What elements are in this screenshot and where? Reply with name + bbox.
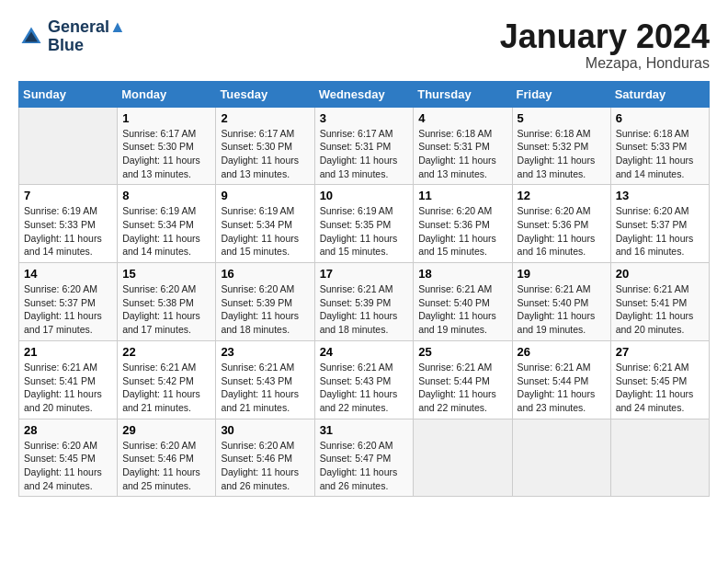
day-info: Sunrise: 6:21 AMSunset: 5:40 PMDaylight:… bbox=[518, 282, 606, 337]
day-info: Sunrise: 6:21 AMSunset: 5:44 PMDaylight:… bbox=[518, 361, 606, 415]
day-info: Sunrise: 6:21 AMSunset: 5:44 PMDaylight:… bbox=[418, 361, 506, 415]
day-number: 1 bbox=[122, 111, 210, 125]
day-info: Sunrise: 6:18 AMSunset: 5:31 PMDaylight:… bbox=[418, 127, 506, 181]
header-wednesday: Wednesday bbox=[314, 81, 414, 107]
day-number: 15 bbox=[122, 267, 210, 281]
title-block: January 2024 Mezapa, Honduras bbox=[500, 18, 710, 72]
header-tuesday: Tuesday bbox=[216, 81, 314, 107]
day-info: Sunrise: 6:21 AMSunset: 5:41 PMDaylight:… bbox=[24, 361, 112, 415]
day-number: 11 bbox=[418, 189, 506, 202]
day-info: Sunrise: 6:17 AMSunset: 5:30 PMDaylight:… bbox=[122, 127, 210, 181]
header-saturday: Saturday bbox=[610, 81, 709, 107]
day-number: 25 bbox=[418, 345, 506, 359]
day-number: 23 bbox=[221, 345, 309, 359]
day-info: Sunrise: 6:20 AMSunset: 5:47 PMDaylight:… bbox=[320, 439, 409, 493]
day-number: 24 bbox=[320, 345, 409, 359]
day-cell bbox=[19, 107, 118, 185]
day-number: 10 bbox=[320, 189, 409, 202]
day-cell: 11Sunrise: 6:20 AMSunset: 5:36 PMDayligh… bbox=[414, 185, 512, 263]
day-cell: 30Sunrise: 6:20 AMSunset: 5:46 PMDayligh… bbox=[216, 419, 314, 497]
day-number: 6 bbox=[616, 111, 704, 125]
day-number: 2 bbox=[221, 111, 309, 125]
day-info: Sunrise: 6:19 AMSunset: 5:34 PMDaylight:… bbox=[221, 204, 309, 259]
day-cell: 3Sunrise: 6:17 AMSunset: 5:31 PMDaylight… bbox=[314, 107, 414, 185]
week-row-5: 28Sunrise: 6:20 AMSunset: 5:45 PMDayligh… bbox=[19, 419, 710, 497]
day-cell bbox=[414, 419, 512, 497]
logo-icon bbox=[18, 24, 44, 50]
day-info: Sunrise: 6:20 AMSunset: 5:45 PMDaylight:… bbox=[24, 439, 112, 493]
day-cell: 15Sunrise: 6:20 AMSunset: 5:38 PMDayligh… bbox=[118, 263, 216, 341]
day-info: Sunrise: 6:17 AMSunset: 5:30 PMDaylight:… bbox=[221, 127, 309, 181]
day-number: 8 bbox=[122, 189, 210, 202]
day-number: 22 bbox=[122, 345, 210, 359]
day-info: Sunrise: 6:21 AMSunset: 5:43 PMDaylight:… bbox=[221, 361, 309, 415]
header-monday: Monday bbox=[118, 81, 216, 107]
day-cell: 29Sunrise: 6:20 AMSunset: 5:46 PMDayligh… bbox=[118, 419, 216, 497]
day-cell: 25Sunrise: 6:21 AMSunset: 5:44 PMDayligh… bbox=[414, 340, 512, 419]
day-info: Sunrise: 6:18 AMSunset: 5:33 PMDaylight:… bbox=[616, 127, 704, 181]
day-info: Sunrise: 6:19 AMSunset: 5:33 PMDaylight:… bbox=[24, 204, 112, 259]
day-cell: 19Sunrise: 6:21 AMSunset: 5:40 PMDayligh… bbox=[512, 263, 610, 341]
day-cell: 20Sunrise: 6:21 AMSunset: 5:41 PMDayligh… bbox=[610, 263, 709, 341]
day-info: Sunrise: 6:18 AMSunset: 5:32 PMDaylight:… bbox=[518, 127, 606, 181]
day-cell: 18Sunrise: 6:21 AMSunset: 5:40 PMDayligh… bbox=[414, 263, 512, 341]
day-number: 3 bbox=[320, 111, 409, 125]
day-number: 17 bbox=[320, 267, 409, 281]
day-cell: 5Sunrise: 6:18 AMSunset: 5:32 PMDaylight… bbox=[512, 107, 610, 185]
day-cell: 17Sunrise: 6:21 AMSunset: 5:39 PMDayligh… bbox=[314, 263, 414, 341]
day-cell: 21Sunrise: 6:21 AMSunset: 5:41 PMDayligh… bbox=[19, 340, 118, 419]
day-info: Sunrise: 6:20 AMSunset: 5:36 PMDaylight:… bbox=[418, 204, 506, 259]
day-number: 16 bbox=[221, 267, 309, 281]
day-cell: 31Sunrise: 6:20 AMSunset: 5:47 PMDayligh… bbox=[314, 419, 414, 497]
page-header: General▲ Blue January 2024 Mezapa, Hondu… bbox=[18, 18, 710, 72]
day-number: 9 bbox=[221, 189, 309, 202]
day-number: 29 bbox=[122, 423, 210, 437]
day-number: 4 bbox=[418, 111, 506, 125]
day-cell: 22Sunrise: 6:21 AMSunset: 5:42 PMDayligh… bbox=[118, 340, 216, 419]
week-row-1: 1Sunrise: 6:17 AMSunset: 5:30 PMDaylight… bbox=[19, 107, 710, 185]
day-info: Sunrise: 6:17 AMSunset: 5:31 PMDaylight:… bbox=[320, 127, 409, 181]
day-number: 26 bbox=[518, 345, 606, 359]
day-info: Sunrise: 6:21 AMSunset: 5:45 PMDaylight:… bbox=[616, 361, 704, 415]
day-info: Sunrise: 6:20 AMSunset: 5:46 PMDaylight:… bbox=[221, 439, 309, 493]
day-number: 31 bbox=[320, 423, 409, 437]
calendar-header-row: SundayMondayTuesdayWednesdayThursdayFrid… bbox=[19, 81, 710, 107]
day-number: 12 bbox=[518, 189, 606, 202]
day-info: Sunrise: 6:19 AMSunset: 5:34 PMDaylight:… bbox=[122, 204, 210, 259]
day-cell: 23Sunrise: 6:21 AMSunset: 5:43 PMDayligh… bbox=[216, 340, 314, 419]
day-number: 19 bbox=[518, 267, 606, 281]
day-number: 28 bbox=[24, 423, 112, 437]
day-info: Sunrise: 6:19 AMSunset: 5:35 PMDaylight:… bbox=[320, 204, 409, 259]
logo-text: General▲ Blue bbox=[48, 18, 126, 55]
week-row-2: 7Sunrise: 6:19 AMSunset: 5:33 PMDaylight… bbox=[19, 185, 710, 263]
day-info: Sunrise: 6:20 AMSunset: 5:37 PMDaylight:… bbox=[24, 282, 112, 337]
day-cell: 24Sunrise: 6:21 AMSunset: 5:43 PMDayligh… bbox=[314, 340, 414, 419]
day-number: 27 bbox=[616, 345, 704, 359]
day-info: Sunrise: 6:20 AMSunset: 5:38 PMDaylight:… bbox=[122, 282, 210, 337]
week-row-3: 14Sunrise: 6:20 AMSunset: 5:37 PMDayligh… bbox=[19, 263, 710, 341]
day-info: Sunrise: 6:20 AMSunset: 5:36 PMDaylight:… bbox=[518, 204, 606, 259]
day-cell: 4Sunrise: 6:18 AMSunset: 5:31 PMDaylight… bbox=[414, 107, 512, 185]
day-info: Sunrise: 6:21 AMSunset: 5:39 PMDaylight:… bbox=[320, 282, 409, 337]
day-number: 21 bbox=[24, 345, 112, 359]
day-info: Sunrise: 6:21 AMSunset: 5:41 PMDaylight:… bbox=[616, 282, 704, 337]
day-cell: 10Sunrise: 6:19 AMSunset: 5:35 PMDayligh… bbox=[314, 185, 414, 263]
day-info: Sunrise: 6:20 AMSunset: 5:39 PMDaylight:… bbox=[221, 282, 309, 337]
day-cell: 1Sunrise: 6:17 AMSunset: 5:30 PMDaylight… bbox=[118, 107, 216, 185]
day-number: 13 bbox=[616, 189, 704, 202]
header-thursday: Thursday bbox=[414, 81, 512, 107]
logo: General▲ Blue bbox=[18, 18, 126, 55]
day-cell: 14Sunrise: 6:20 AMSunset: 5:37 PMDayligh… bbox=[19, 263, 118, 341]
day-info: Sunrise: 6:20 AMSunset: 5:37 PMDaylight:… bbox=[616, 204, 704, 259]
day-number: 30 bbox=[221, 423, 309, 437]
day-info: Sunrise: 6:20 AMSunset: 5:46 PMDaylight:… bbox=[122, 439, 210, 493]
day-cell: 13Sunrise: 6:20 AMSunset: 5:37 PMDayligh… bbox=[610, 185, 709, 263]
day-cell: 9Sunrise: 6:19 AMSunset: 5:34 PMDaylight… bbox=[216, 185, 314, 263]
header-friday: Friday bbox=[512, 81, 610, 107]
day-cell: 26Sunrise: 6:21 AMSunset: 5:44 PMDayligh… bbox=[512, 340, 610, 419]
month-title: January 2024 bbox=[500, 18, 710, 55]
day-cell: 28Sunrise: 6:20 AMSunset: 5:45 PMDayligh… bbox=[19, 419, 118, 497]
header-sunday: Sunday bbox=[19, 81, 118, 107]
week-row-4: 21Sunrise: 6:21 AMSunset: 5:41 PMDayligh… bbox=[19, 340, 710, 419]
day-cell: 12Sunrise: 6:20 AMSunset: 5:36 PMDayligh… bbox=[512, 185, 610, 263]
